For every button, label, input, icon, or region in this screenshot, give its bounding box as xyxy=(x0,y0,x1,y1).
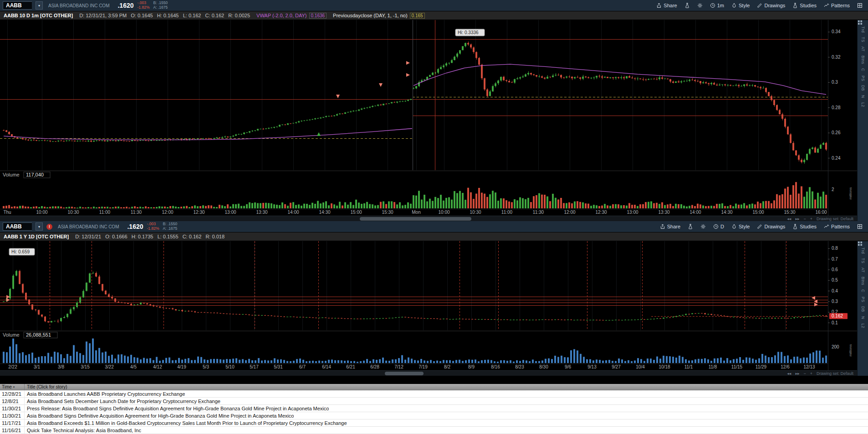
settings-button[interactable] xyxy=(700,224,706,229)
zoom-in-icon[interactable]: + xyxy=(810,217,812,221)
svg-text:0.26: 0.26 xyxy=(832,130,841,135)
hscroll-thumb[interactable] xyxy=(360,217,471,221)
settings-button[interactable] xyxy=(697,3,703,8)
svg-text:Volume: Volume xyxy=(3,172,20,177)
svg-text:0.24: 0.24 xyxy=(832,156,841,161)
tests-button[interactable] xyxy=(688,224,693,229)
panel-grid-button[interactable] xyxy=(857,224,863,229)
last-price: .1620 xyxy=(127,223,143,230)
news-story-row[interactable]: 11/30/21Press Release: Asia Broadband Si… xyxy=(0,405,868,412)
news-story-row[interactable]: 11/16/21Quick Take Technical Analysis: A… xyxy=(0,427,868,434)
gadget-tab-db[interactable]: DB xyxy=(861,85,865,91)
gadget-tab-c[interactable]: C xyxy=(861,289,865,293)
svg-text:9/13: 9/13 xyxy=(587,364,597,369)
gadget-tab-ts[interactable]: TS xyxy=(861,37,865,42)
zoom-in-icon[interactable]: + xyxy=(810,372,812,376)
price-change: -.003 -1.82% xyxy=(138,1,150,10)
company-name: ASIA BROADBAND INC COM xyxy=(48,3,109,8)
news-story-row[interactable]: 11/30/21Asia Broadband Signs Definitive … xyxy=(0,412,868,419)
svg-text:6/28: 6/28 xyxy=(370,364,379,369)
clock-icon xyxy=(710,3,715,8)
news-col-time[interactable]: Time ▾ xyxy=(0,384,25,390)
chart-hscrollbar-1[interactable]: ◂◂ ▸▸ − + Drawing set: Default xyxy=(0,216,857,221)
svg-text:4/19: 4/19 xyxy=(177,364,186,369)
panel-grid-button[interactable] xyxy=(857,3,863,8)
svg-text:9/27: 9/27 xyxy=(612,364,621,369)
patterns-button[interactable]: Patterns xyxy=(824,3,850,8)
intraday-chart[interactable]: Hi: 0.3336Volume117,0400.340.320.30.280.… xyxy=(0,20,857,216)
share-button[interactable]: Share xyxy=(656,3,677,8)
timeframe-button[interactable]: 1m xyxy=(710,3,724,8)
drawings-button[interactable]: Drawings xyxy=(757,3,785,8)
gadget-tab-n[interactable]: N xyxy=(861,316,865,319)
scroll-right-icon[interactable]: ▸▸ xyxy=(795,217,799,221)
tests-button[interactable] xyxy=(684,3,690,8)
right-gadget-rail-1: TrdTSATBtnsCPSDBNL2 xyxy=(857,20,868,221)
hscroll-thumb[interactable] xyxy=(385,372,424,375)
news-story-row[interactable]: 12/8/21Asia Broadband Sets December Laun… xyxy=(0,398,868,405)
gadget-tab-trd[interactable]: Trd xyxy=(861,247,865,254)
symbol-input[interactable]: AABB xyxy=(3,1,32,10)
zoom-out-icon[interactable]: − xyxy=(803,217,806,221)
svg-text:3/1: 3/1 xyxy=(34,364,40,369)
gadget-tab-ps[interactable]: PS xyxy=(861,297,865,302)
svg-text:0.32: 0.32 xyxy=(832,55,841,60)
gadget-tab-db[interactable]: DB xyxy=(861,306,865,312)
gadget-tab-at[interactable]: AT xyxy=(861,46,865,51)
svg-text:3/15: 3/15 xyxy=(81,364,90,369)
symbol-dropdown-button[interactable]: ▾ xyxy=(36,222,43,231)
scroll-left-icon[interactable]: ◂◂ xyxy=(787,217,791,221)
gadget-tab-l2[interactable]: L2 xyxy=(861,323,865,328)
grid-icon xyxy=(857,224,863,229)
style-button[interactable]: Style xyxy=(731,3,750,8)
style-button[interactable]: Style xyxy=(731,224,750,229)
gadget-tab-trd[interactable]: Trd xyxy=(861,26,865,33)
chart-hscrollbar-2[interactable]: ◂◂ ▸▸ − + Drawing set: Default xyxy=(0,370,857,376)
sort-desc-icon: ▾ xyxy=(13,385,15,389)
company-name: ASIA BROADBAND INC COM xyxy=(58,224,119,229)
svg-text:Hi: 0.3336: Hi: 0.3336 xyxy=(458,30,479,35)
svg-text:0.8: 0.8 xyxy=(832,246,838,251)
gadget-tab-n[interactable]: N xyxy=(861,95,865,98)
news-time: 11/30/21 xyxy=(0,412,25,419)
gadget-tab-btns[interactable]: Btns xyxy=(861,277,865,285)
gadget-tab-at[interactable]: AT xyxy=(861,267,865,273)
svg-text:15:00: 15:00 xyxy=(350,210,362,215)
patterns-button[interactable]: Patterns xyxy=(824,224,850,229)
svg-text:4/12: 4/12 xyxy=(153,364,162,369)
chart-toolbar-1: AABB ▾ ASIA BROADBAND INC COM .1620 -.00… xyxy=(0,0,868,11)
studies-button[interactable]: Studies xyxy=(792,3,817,8)
gadget-tab-c[interactable]: C xyxy=(861,68,865,71)
chart-title-bar-2: AABB 1 Y 1D [OTC OTHER] D: 12/31/21 O: 0… xyxy=(0,232,868,241)
symbol-dropdown-button[interactable]: ▾ xyxy=(36,1,43,10)
studies-button[interactable]: Studies xyxy=(792,224,817,229)
news-col-title[interactable]: Title (Click for story) xyxy=(25,384,67,389)
drawing-set-label[interactable]: Drawing set: Default xyxy=(817,217,853,221)
gadget-tab-btns[interactable]: Btns xyxy=(861,56,865,64)
pattern-icon xyxy=(824,3,829,8)
scroll-left-icon[interactable]: ◂◂ xyxy=(787,372,791,376)
timeframe-button[interactable]: D xyxy=(713,224,724,229)
zoom-out-icon[interactable]: − xyxy=(803,372,806,376)
daily-chart[interactable]: Hi: 0.659Volume26,088,5510.80.70.60.50.4… xyxy=(0,241,857,370)
gadget-tab-ps[interactable]: PS xyxy=(861,76,865,81)
flask-icon xyxy=(684,3,690,8)
svg-text:11:30: 11:30 xyxy=(533,210,544,215)
symbol-input[interactable]: AABB xyxy=(3,222,32,231)
drawings-button[interactable]: Drawings xyxy=(757,224,785,229)
prevclose-study-readout[interactable]: Previousdayclose (DAY, 1, -1, no) 0.165 xyxy=(333,13,424,19)
gadget-tab-ts[interactable]: TS xyxy=(861,258,865,263)
vwap-study-readout[interactable]: VWAP (-2.0, 2.0, DAY) 0.1636 xyxy=(256,13,327,19)
svg-text:11/29: 11/29 xyxy=(756,364,767,369)
scroll-right-icon[interactable]: ▸▸ xyxy=(795,372,799,376)
svg-text:6/7: 6/7 xyxy=(299,364,306,369)
news-story-row[interactable]: 11/17/21Asia Broadband Exceeds $1.1 Mill… xyxy=(0,419,868,427)
pencil-icon xyxy=(757,224,762,229)
share-button[interactable]: Share xyxy=(660,224,680,229)
news-title: Asia Broadband Sets December Launch Date… xyxy=(25,399,220,404)
news-story-row[interactable]: 12/28/21Asia Broadband Launches AABB Pro… xyxy=(0,390,868,398)
drawing-set-label[interactable]: Drawing set: Default xyxy=(817,371,853,376)
svg-text:13:00: 13:00 xyxy=(627,210,638,215)
gadget-tab-l2[interactable]: L2 xyxy=(861,102,865,107)
intraday-chart-panel: AABB ▾ ASIA BROADBAND INC COM .1620 -.00… xyxy=(0,0,868,221)
